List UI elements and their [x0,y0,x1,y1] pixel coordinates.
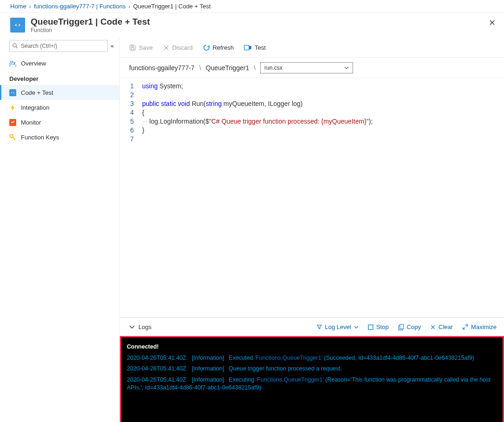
file-selector[interactable]: run.csx [260,62,353,73]
nav-monitor[interactable]: Monitor [0,115,119,130]
clear-label: Clear [439,323,453,330]
key-icon [9,134,16,141]
copy-label: Copy [407,323,421,330]
breadcrumb: Home › functions-ggailey777-7 | Function… [0,0,504,13]
nav-code-test[interactable]: Code + Test [0,85,119,100]
refresh-label: Refresh [213,44,234,51]
chevron-down-icon [129,325,135,329]
file-path-row: functions-ggailey777-7 \ QueueTrigger1 \… [120,58,504,78]
maximize-icon [462,324,468,330]
test-label: Test [255,44,266,51]
svg-rect-4 [244,45,249,50]
stop-button[interactable]: Stop [368,323,389,330]
chevron-down-icon [344,66,349,69]
svg-point-3 [10,134,13,138]
main-panel: Save Discard Refresh Test functions-ggai… [120,38,504,422]
lightning-icon [9,104,16,111]
nav-integration[interactable]: Integration [0,100,119,115]
chevron-right-icon: › [29,3,31,10]
discard-icon [163,45,170,51]
console-connected: Connected! [127,343,159,350]
nav-label: Monitor [21,119,41,126]
page-subtitle: Function [31,27,150,33]
toolbar: Save Discard Refresh Test [120,38,504,58]
page-title: QueueTrigger1 | Code + Test [31,17,150,27]
nav-label: Code + Test [21,89,53,96]
path-sep: \ [199,64,201,72]
nav-label: Overview [21,60,46,67]
logs-label: Logs [138,323,151,330]
file-selector-value: run.csx [264,65,282,71]
filter-icon [316,324,322,330]
refresh-icon [203,44,210,51]
sidebar: Search (Ctrl+/) « {fx} Overview Develope… [0,38,120,422]
nav-section-developer: Developer [0,71,119,85]
page-header: QueueTrigger1 | Code + Test Function ✕ [0,13,504,38]
logs-toolbar: Logs Log Level Stop Copy Clear [120,317,504,336]
copy-icon [398,324,404,330]
code-content: using System; public static void Run(str… [138,78,373,317]
save-icon [129,44,136,51]
stop-icon [368,324,373,330]
refresh-button[interactable]: Refresh [203,44,234,51]
svg-text:{fx}: {fx} [9,60,16,66]
discard-button[interactable]: Discard [163,44,193,51]
svg-rect-7 [400,324,404,329]
monitor-icon [9,119,16,126]
loglevel-label: Log Level [325,323,351,330]
function-code-icon [10,18,25,33]
code-test-icon [9,89,16,96]
save-label: Save [139,44,153,51]
breadcrumb-parent[interactable]: functions-ggailey777-7 | Functions [34,3,126,10]
close-button[interactable]: ✕ [489,18,496,28]
search-icon [13,43,18,49]
loglevel-button[interactable]: Log Level [316,323,359,330]
log-line: 2020-04-26T05:41:40Z[Information]Execute… [127,354,497,363]
code-editor[interactable]: 1234567 using System; public static void… [120,78,504,317]
log-line: 2020-04-26T05:41:40Z[Information]Queue t… [127,365,497,373]
nav-label: Integration [21,104,49,111]
stop-label: Stop [376,323,389,330]
clear-icon [430,324,436,330]
copy-button[interactable]: Copy [398,323,421,330]
maximize-button[interactable]: Maximize [462,323,497,330]
save-button[interactable]: Save [129,44,153,51]
test-button[interactable]: Test [244,44,266,51]
discard-label: Discard [172,44,193,51]
test-icon [244,45,252,51]
nav-function-keys[interactable]: Function Keys [0,130,119,145]
chevron-right-icon: › [128,3,130,10]
line-gutter: 1234567 [120,78,138,317]
collapse-sidebar-button[interactable]: « [111,43,114,49]
nav-overview[interactable]: {fx} Overview [0,56,119,71]
search-placeholder: Search (Ctrl+/) [21,43,57,49]
nav-label: Function Keys [21,134,59,141]
svg-line-1 [16,47,18,48]
breadcrumb-home[interactable]: Home [10,3,26,10]
log-line: 2020-04-26T05:41:40Z[Information]Executi… [127,376,497,392]
path-sep: \ [254,64,255,72]
overview-icon: {fx} [9,60,16,67]
svg-rect-5 [249,46,251,49]
breadcrumb-current: QueueTrigger1 | Code + Test [133,3,210,10]
chevron-down-icon [354,326,359,329]
svg-point-0 [13,44,17,47]
log-console[interactable]: Connected! 2020-04-26T05:41:40Z[Informat… [120,336,504,422]
logs-toggle[interactable]: Logs [129,323,151,330]
maximize-label: Maximize [471,323,497,330]
clear-button[interactable]: Clear [430,323,453,330]
path-segment-app: functions-ggailey777-7 [129,64,195,72]
path-segment-func: QueueTrigger1 [206,64,249,72]
svg-rect-6 [368,325,373,330]
search-input[interactable]: Search (Ctrl+/) [9,40,108,52]
